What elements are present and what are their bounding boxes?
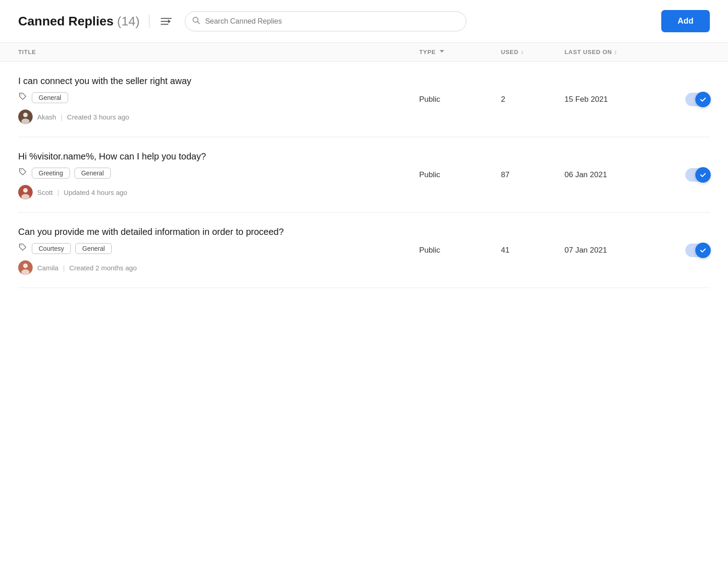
reply-title: Hi %visitor.name%, How can I help you to… xyxy=(18,150,419,163)
reply-type: Public xyxy=(419,170,501,179)
used-sort-icon[interactable]: ↕ xyxy=(521,49,524,55)
svg-point-10 xyxy=(21,170,22,171)
reply-tags-row: CourtesyGeneral xyxy=(18,243,419,254)
reply-meta: Scott | Updated 4 hours ago xyxy=(18,185,419,199)
table-row: Hi %visitor.name%, How can I help you to… xyxy=(18,137,710,213)
toggle-switch[interactable] xyxy=(685,93,710,106)
header-divider xyxy=(149,15,149,28)
reply-tags-row: GreetingGeneral xyxy=(18,167,419,179)
avatar xyxy=(18,109,33,124)
table-header: TITLE TYPE USED ↕ LAST USED ON ↕ xyxy=(0,43,728,62)
toggle-check-icon xyxy=(695,167,711,183)
toggle-switch[interactable] xyxy=(685,244,710,257)
avatar xyxy=(18,260,33,275)
toggle-cell xyxy=(674,93,710,106)
reply-content: Can you provide me with detailed informa… xyxy=(18,225,419,275)
meta-sep: | xyxy=(57,189,59,196)
reply-last-used: 06 Jan 2021 xyxy=(565,170,674,179)
meta-sep: | xyxy=(63,264,65,272)
toggle-check-icon xyxy=(695,92,711,107)
reply-tags-row: General xyxy=(18,92,419,103)
meta-sep: | xyxy=(61,113,63,121)
col-title: TITLE xyxy=(18,48,419,56)
reply-used: 2 xyxy=(501,95,565,104)
meta-author: Akash xyxy=(37,113,56,121)
search-wrapper xyxy=(185,11,466,31)
reply-used: 41 xyxy=(501,246,565,255)
table-row: Can you provide me with detailed informa… xyxy=(18,213,710,288)
reply-list: I can connect you with the seller right … xyxy=(0,62,728,288)
reply-title: I can connect you with the seller right … xyxy=(18,75,419,87)
svg-point-9 xyxy=(21,119,30,124)
reply-content: Hi %visitor.name%, How can I help you to… xyxy=(18,150,419,199)
page-title: Canned Replies (14) xyxy=(18,14,140,29)
toggle-check-icon xyxy=(695,243,711,258)
svg-point-17 xyxy=(21,269,30,275)
col-used: USED ↕ xyxy=(501,48,565,56)
tag[interactable]: General xyxy=(74,168,111,179)
svg-point-12 xyxy=(23,188,28,193)
reply-last-used: 07 Jan 2021 xyxy=(565,246,674,255)
col-type: TYPE xyxy=(419,48,501,56)
svg-marker-5 xyxy=(440,50,444,53)
svg-point-14 xyxy=(21,245,22,246)
title-text: Canned Replies xyxy=(18,14,114,28)
tag[interactable]: Greeting xyxy=(32,168,70,179)
search-input[interactable] xyxy=(185,11,466,31)
reply-meta: Camila | Created 2 months ago xyxy=(18,260,419,275)
svg-point-8 xyxy=(23,113,28,117)
filter-icon[interactable] xyxy=(158,15,174,28)
tag[interactable]: General xyxy=(32,92,68,103)
type-filter-icon[interactable] xyxy=(439,48,445,56)
last-used-sort-icon[interactable]: ↕ xyxy=(614,49,618,55)
avatar xyxy=(18,185,33,199)
svg-point-16 xyxy=(23,264,28,268)
meta-time: Created 2 months ago xyxy=(69,264,137,272)
search-icon xyxy=(192,16,200,26)
svg-point-6 xyxy=(21,94,22,95)
reply-last-used: 15 Feb 2021 xyxy=(565,95,674,104)
svg-line-4 xyxy=(197,21,199,24)
add-button[interactable]: Add xyxy=(661,10,710,32)
reply-content: I can connect you with the seller right … xyxy=(18,75,419,124)
meta-time: Created 3 hours ago xyxy=(67,113,129,121)
col-last-used: LAST USED ON ↕ xyxy=(565,48,674,56)
reply-type: Public xyxy=(419,95,501,104)
reply-title: Can you provide me with detailed informa… xyxy=(18,225,419,238)
svg-point-13 xyxy=(21,194,30,199)
meta-time: Updated 4 hours ago xyxy=(64,189,127,196)
table-row: I can connect you with the seller right … xyxy=(18,62,710,137)
toggle-switch[interactable] xyxy=(685,168,710,182)
reply-meta: Akash | Created 3 hours ago xyxy=(18,109,419,124)
tag-icon xyxy=(18,243,27,254)
tag-icon xyxy=(18,167,27,179)
page-header: Canned Replies (14) Add xyxy=(0,0,728,43)
reply-type: Public xyxy=(419,246,501,255)
col-toggle-header xyxy=(674,48,710,56)
toggle-cell xyxy=(674,168,710,182)
meta-author: Camila xyxy=(37,264,59,272)
tag-icon xyxy=(18,92,27,103)
title-count: (14) xyxy=(117,14,140,28)
reply-used: 87 xyxy=(501,170,565,179)
meta-author: Scott xyxy=(37,189,53,196)
tag[interactable]: Courtesy xyxy=(32,243,71,254)
toggle-cell xyxy=(674,244,710,257)
tag[interactable]: General xyxy=(75,243,112,254)
